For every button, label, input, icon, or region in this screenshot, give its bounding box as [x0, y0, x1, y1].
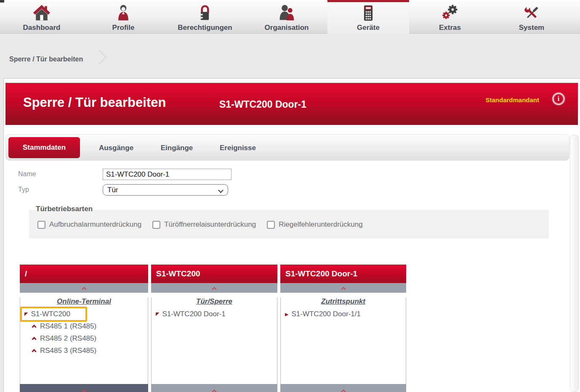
- tree-item-door-1-1[interactable]: S1-WTC200 Door-1/1: [281, 308, 406, 320]
- nav-label: Profile: [112, 24, 135, 32]
- gears-icon: [441, 4, 459, 22]
- checkbox-row-item: Türöffnerrelaisunterdrückung: [152, 220, 256, 229]
- nav-item-geraete[interactable]: Geräte: [327, 0, 409, 34]
- nav-item-organisation[interactable]: Organisation: [246, 0, 327, 34]
- nav-label: Extras: [439, 24, 461, 32]
- caret-up-icon: [212, 287, 216, 291]
- tree-item-label: S1-WTC200 Door-1: [162, 310, 225, 318]
- nav-label: System: [519, 24, 544, 32]
- tree-column-body: Tür/Sperre S1-WTC200 Door-1: [151, 297, 277, 384]
- tree-column-body: Zutrittspunkt S1-WTC200 Door-1/1: [280, 297, 406, 384]
- nav-item-berechtigungen[interactable]: Berechtigungen: [164, 0, 246, 34]
- checkbox-row-item: Aufbruchalarmunterdrückung: [37, 220, 141, 229]
- tree-item-rs485-2[interactable]: RS485 2 (RS485): [20, 332, 148, 344]
- tree-item-rs485-1[interactable]: RS485 1 (RS485): [20, 320, 148, 332]
- tree-item-label: RS485 3 (RS485): [40, 347, 96, 355]
- tree-column-header: S1-WTC200: [151, 265, 277, 283]
- door-modes-row: Aufbruchalarmunterdrückung Türöffnerrela…: [37, 220, 363, 229]
- tree-item-s1-wtc200[interactable]: S1-WTC200: [20, 308, 148, 320]
- caret-up-icon: [212, 389, 216, 392]
- device-tree-browser: / Online-Terminal S1-WTC200 RS485 1 (RS4…: [20, 265, 406, 392]
- typ-field-label: Typ: [18, 186, 29, 193]
- expanded-node-icon: [156, 310, 159, 318]
- vertical-scrollbar-thumb[interactable]: [570, 135, 579, 392]
- tree-column-door: S1-WTC200 Door-1 Zutrittspunkt S1-WTC200…: [280, 265, 406, 392]
- tree-list: S1-WTC200 Door-1/1: [281, 308, 406, 320]
- tree-item-label: RS485 2 (RS485): [40, 334, 96, 343]
- tab-eingaenge[interactable]: Eingänge: [147, 135, 206, 161]
- typ-select-value: Tür: [107, 186, 118, 194]
- top-navigation: Dashboard Profile Berechtigungen Organis…: [0, 0, 580, 34]
- nav-item-dashboard[interactable]: Dashboard: [1, 0, 82, 34]
- scroll-up-strip[interactable]: [151, 283, 277, 293]
- scroll-up-strip[interactable]: [20, 283, 148, 293]
- nav-label: Geräte: [357, 24, 380, 32]
- tenant-label: Standardmandant: [485, 96, 539, 103]
- checkbox-label: Türöffnerrelaisunterdrückung: [164, 220, 256, 229]
- page-subtitle: S1-WTC200 Door-1: [219, 99, 306, 110]
- checkbox-row-item: Riegelfehlerunterdrückung: [267, 220, 362, 229]
- caret-up-icon: [341, 287, 346, 291]
- tree-column-header: S1-WTC200 Door-1: [280, 265, 406, 283]
- nav-label: Dashboard: [23, 24, 61, 32]
- nav-item-extras[interactable]: Extras: [409, 0, 491, 34]
- checkbox-label: Riegelfehlerunterdrückung: [279, 220, 362, 229]
- nav-item-system[interactable]: System: [491, 0, 572, 34]
- caret-up-icon: [82, 287, 86, 291]
- caret-up-icon: [32, 336, 36, 341]
- main-panel: Sperre / Tür bearbeiten S1-WTC200 Door-1…: [3, 78, 580, 392]
- info-icon-glyph: i: [558, 95, 559, 103]
- nav-item-profile[interactable]: Profile: [82, 0, 164, 34]
- info-icon[interactable]: i: [553, 93, 564, 105]
- tab-stammdaten[interactable]: Stammdaten: [8, 137, 80, 158]
- tree-item-label: S1-WTC200: [31, 310, 70, 318]
- name-field-label: Name: [18, 170, 36, 178]
- caret-up-icon: [341, 389, 346, 392]
- page-title: Sperre / Tür bearbeiten: [23, 95, 166, 110]
- caret-up-icon: [82, 389, 86, 392]
- person-icon: [114, 4, 133, 22]
- people-icon: [277, 4, 296, 22]
- chevron-down-icon: [218, 188, 223, 193]
- name-input[interactable]: [103, 169, 231, 180]
- tree-item-rs485-3[interactable]: RS485 3 (RS485): [20, 344, 148, 357]
- checkbox-label: Aufbruchalarmunterdrückung: [49, 220, 141, 229]
- door-modes-title: Türbetriebsarten: [36, 205, 93, 213]
- scroll-down-strip[interactable]: [151, 384, 277, 392]
- tree-group-title: Online-Terminal: [20, 297, 148, 306]
- tab-ereignisse[interactable]: Ereignisse: [206, 135, 269, 161]
- tree-item-door-1[interactable]: S1-WTC200 Door-1: [152, 308, 277, 320]
- tools-icon: [522, 4, 541, 22]
- collapsed-node-icon: [285, 310, 288, 318]
- tree-group-title: Tür/Sperre: [152, 297, 277, 306]
- tree-item-label: S1-WTC200 Door-1/1: [291, 310, 360, 318]
- scroll-down-strip[interactable]: [280, 384, 406, 392]
- scroll-up-strip[interactable]: [280, 283, 406, 293]
- nav-label: Berechtigungen: [178, 24, 232, 32]
- typ-select[interactable]: Tür: [103, 184, 228, 196]
- tree-column-header: /: [20, 265, 148, 283]
- tree-group-title: Zutrittspunkt: [281, 297, 406, 306]
- checkbox-aufbruchalarm[interactable]: [37, 221, 45, 229]
- expanded-node-icon: [24, 310, 28, 318]
- checkbox-tueroeffnerrelais[interactable]: [152, 221, 160, 229]
- tree-item-label: RS485 1 (RS485): [40, 322, 96, 331]
- scroll-down-strip[interactable]: [20, 384, 148, 392]
- tree-column-terminal: S1-WTC200 Tür/Sperre S1-WTC200 Door-1: [151, 265, 277, 392]
- caret-up-icon: [32, 324, 36, 329]
- tree-list: S1-WTC200 Door-1: [152, 308, 277, 320]
- tree-column-body: Online-Terminal S1-WTC200 RS485 1 (RS485…: [20, 297, 148, 384]
- caret-up-icon: [32, 349, 36, 353]
- chevron-right-icon: [92, 50, 106, 64]
- home-icon: [32, 4, 51, 22]
- tab-bar: Stammdaten Ausgänge Eingänge Ereignisse: [5, 134, 569, 161]
- checkbox-riegelfehler[interactable]: [267, 221, 275, 229]
- page-header: Sperre / Tür bearbeiten S1-WTC200 Door-1…: [5, 83, 578, 125]
- lock-icon: [196, 4, 214, 22]
- screen-corner-artifact: [0, 0, 4, 3]
- tab-ausgaenge[interactable]: Ausgänge: [85, 135, 147, 161]
- terminal-icon: [359, 4, 378, 22]
- nav-label: Organisation: [265, 24, 309, 32]
- tree-list: S1-WTC200 RS485 1 (RS485) RS485 2 (RS485…: [20, 308, 148, 357]
- breadcrumb[interactable]: Sperre / Tür bearbeiten: [9, 56, 83, 63]
